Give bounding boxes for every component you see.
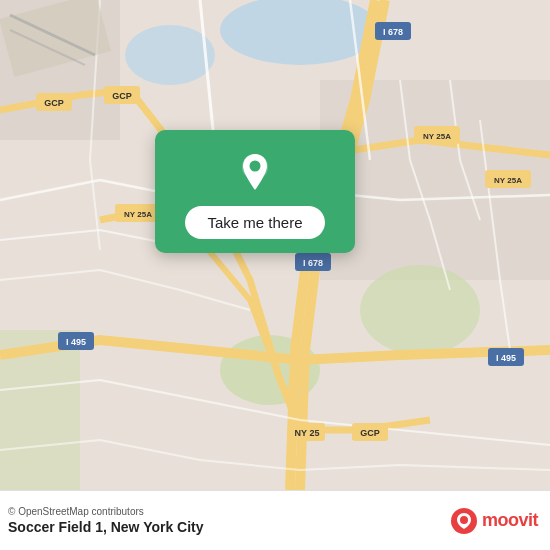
svg-text:I 678: I 678	[383, 27, 403, 37]
svg-point-6	[360, 265, 480, 355]
svg-text:NY 25: NY 25	[295, 428, 320, 438]
moovit-icon	[450, 507, 478, 535]
svg-text:I 495: I 495	[496, 353, 516, 363]
svg-text:NY 25A: NY 25A	[423, 132, 451, 141]
moovit-text: moovit	[482, 510, 538, 531]
osm-credit: © OpenStreetMap contributors	[8, 506, 204, 517]
take-me-there-button[interactable]: Take me there	[185, 206, 324, 239]
location-title: Soccer Field 1, New York City	[8, 519, 204, 535]
footer: © OpenStreetMap contributors Soccer Fiel…	[0, 490, 550, 550]
moovit-logo: moovit	[450, 507, 538, 535]
svg-point-34	[250, 161, 261, 172]
svg-text:GCP: GCP	[360, 428, 380, 438]
svg-text:NY 25A: NY 25A	[124, 210, 152, 219]
location-card: Take me there	[155, 130, 355, 253]
svg-point-36	[460, 516, 468, 524]
svg-text:I 678: I 678	[303, 258, 323, 268]
location-pin-icon	[231, 148, 279, 196]
svg-text:GCP: GCP	[44, 98, 64, 108]
svg-text:GCP: GCP	[112, 91, 132, 101]
svg-text:I 495: I 495	[66, 337, 86, 347]
footer-left: © OpenStreetMap contributors Soccer Fiel…	[8, 506, 204, 535]
svg-text:NY 25A: NY 25A	[494, 176, 522, 185]
map-container: I 678 I 678 I 495 I 495 NY 25A NY 25A NY…	[0, 0, 550, 490]
svg-point-2	[125, 25, 215, 85]
